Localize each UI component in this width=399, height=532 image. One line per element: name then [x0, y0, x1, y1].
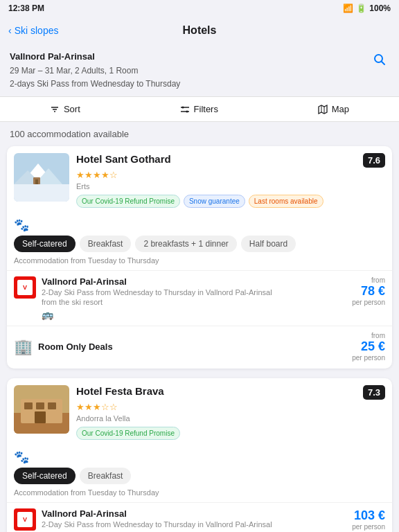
- status-time: 12:38 PM: [8, 3, 44, 13]
- status-right: 📶 🔋 100%: [343, 3, 391, 13]
- hotel-location-hotel-festa-brava: Andorra la Vella: [76, 414, 385, 423]
- ski-price-block-hotel-sant-gothard: from 78 € per person: [352, 276, 385, 306]
- ski-price-per-hotel-festa-brava: per person: [352, 523, 385, 531]
- svg-point-8: [186, 110, 188, 112]
- room-price-per-hotel-sant-gothard: per person: [352, 354, 385, 362]
- ski-pass-section-hotel-sant-gothard[interactable]: V Vallnord Pal-Arinsal 2-Day Ski Pass fr…: [7, 270, 392, 326]
- building-icon-hotel-sant-gothard: 🏢: [14, 338, 33, 356]
- ski-info-hotel-festa-brava: Vallnord Pal-Arinsal 2-Day Ski Pass from…: [42, 508, 346, 532]
- pet-friendly-icon-hotel-festa-brava: 🐾: [7, 447, 392, 468]
- ski-detail-hotel-festa-brava: 2-Day Ski Pass from Wednesday to Thursda…: [42, 520, 346, 529]
- page-title: Hotels: [183, 24, 217, 37]
- hotel-info-hotel-festa-brava: Hotel Festa Brava 7.3 ★★★☆☆ Andorra la V…: [76, 385, 385, 440]
- ski-price-block-hotel-festa-brava: 103 € per person: [352, 508, 385, 531]
- badge-hotel-festa-brava-0: Our Covid-19 Refund Promise: [76, 427, 180, 440]
- ski-transport-icon-hotel-sant-gothard: 🚌: [42, 309, 346, 320]
- back-chevron-icon: ‹: [8, 25, 12, 36]
- filters-label: Filters: [194, 104, 218, 114]
- accommodation-note-hotel-sant-gothard: Accommodation from Tuesday to Thursday: [7, 256, 392, 270]
- hotel-score-hotel-sant-gothard: 7.6: [363, 153, 385, 168]
- hotel-stars-hotel-sant-gothard: ★★★★☆: [76, 170, 385, 180]
- badge-hotel-sant-gothard-0: Our Covid-19 Refund Promise: [76, 195, 180, 208]
- battery-icon: 🔋: [356, 3, 366, 13]
- meal-options-hotel-festa-brava: Self-cateredBreakfast: [7, 468, 392, 488]
- hotel-location-hotel-sant-gothard: Erts: [76, 182, 385, 190]
- svg-rect-17: [35, 179, 38, 184]
- room-price-from-hotel-sant-gothard: from: [352, 332, 385, 339]
- back-label: Ski slopes: [15, 25, 59, 36]
- results-count: 100 accommodation available: [0, 122, 399, 146]
- ski-logo-hotel-festa-brava: V: [14, 508, 36, 531]
- sort-button[interactable]: Sort: [50, 104, 80, 114]
- hotel-image-hotel-sant-gothard: [14, 153, 69, 202]
- search-icon: [373, 53, 387, 66]
- svg-rect-12: [14, 184, 69, 202]
- hotel-name-hotel-festa-brava: Hotel Festa Brava: [76, 385, 357, 397]
- meal-chip-hotel-sant-gothard-2[interactable]: 2 breakfasts + 1 dinner: [135, 236, 236, 252]
- hotel-image-hotel-festa-brava: [14, 385, 69, 434]
- svg-rect-22: [36, 402, 44, 409]
- badge-hotel-sant-gothard-1: Snow guarantee: [184, 195, 245, 208]
- filter-row: Sort Filters Map: [0, 97, 399, 122]
- hotel-badges-hotel-festa-brava: Our Covid-19 Refund Promise: [76, 427, 385, 440]
- map-button[interactable]: Map: [318, 104, 349, 114]
- svg-point-6: [181, 106, 184, 108]
- room-only-price-block-hotel-sant-gothard: from 25 € per person: [352, 332, 385, 362]
- search-info-bar: Vallnord Pal-Arinsal 29 Mar – 31 Mar, 2 …: [0, 44, 399, 97]
- hotel-badges-hotel-sant-gothard: Our Covid-19 Refund PromiseSnow guarante…: [76, 195, 385, 208]
- nav-bar: ‹ Ski slopes Hotels: [0, 17, 399, 44]
- battery-percent: 100%: [369, 3, 391, 13]
- ski-resort-hotel-festa-brava: Vallnord Pal-Arinsal: [42, 508, 346, 519]
- meal-chip-hotel-sant-gothard-0[interactable]: Self-catered: [14, 236, 76, 252]
- hotel-header-hotel-sant-gothard: Hotel Sant Gothard 7.6 ★★★★☆ Erts Our Co…: [7, 146, 392, 215]
- search-button[interactable]: [370, 50, 389, 71]
- ski-price-hotel-festa-brava: 103 €: [352, 508, 385, 523]
- ski-price-hotel-sant-gothard: 78 €: [352, 284, 385, 299]
- ski-sub-detail-hotel-sant-gothard: from the ski resort: [42, 298, 346, 306]
- room-only-section-hotel-sant-gothard[interactable]: 🏢 Room Only Deals from 25 € per person: [7, 326, 392, 369]
- meal-options-hotel-sant-gothard: Self-cateredBreakfast2 breakfasts + 1 di…: [7, 236, 392, 256]
- search-hotel-name: Vallnord Pal-Arinsal: [10, 50, 180, 64]
- svg-line-1: [382, 62, 385, 65]
- svg-rect-21: [24, 402, 33, 409]
- ski-detail-hotel-sant-gothard: 2-Day Ski Pass from Wednesday to Thursda…: [42, 288, 346, 296]
- search-dates: 29 Mar – 31 Mar, 2 Adults, 1 Room: [10, 64, 180, 78]
- badge-hotel-sant-gothard-2: Last rooms available: [249, 195, 323, 208]
- sort-icon: [50, 105, 60, 114]
- hotel-score-hotel-festa-brava: 7.3: [363, 385, 385, 400]
- pet-friendly-icon-hotel-sant-gothard: 🐾: [7, 215, 392, 236]
- map-label: Map: [332, 104, 349, 114]
- hotel-card-hotel-sant-gothard[interactable]: Hotel Sant Gothard 7.6 ★★★★☆ Erts Our Co…: [7, 146, 392, 369]
- hotel-name-hotel-sant-gothard: Hotel Sant Gothard: [76, 153, 357, 165]
- meal-chip-hotel-sant-gothard-3[interactable]: Half board: [241, 236, 296, 252]
- filters-button[interactable]: Filters: [180, 104, 218, 114]
- meal-chip-hotel-festa-brava-0[interactable]: Self-catered: [14, 468, 76, 484]
- search-ski-pass: 2-days Ski Pass from Wednesday to Thursd…: [10, 78, 180, 91]
- wifi-icon: 📶: [343, 3, 353, 13]
- meal-chip-hotel-sant-gothard-1[interactable]: Breakfast: [80, 236, 132, 252]
- hotel-info-hotel-sant-gothard: Hotel Sant Gothard 7.6 ★★★★☆ Erts Our Co…: [76, 153, 385, 208]
- ski-logo-hotel-sant-gothard: V: [14, 276, 36, 299]
- sort-label: Sort: [64, 104, 80, 114]
- svg-rect-24: [35, 411, 46, 423]
- ski-price-per-hotel-sant-gothard: per person: [352, 299, 385, 306]
- hotel-card-hotel-festa-brava[interactable]: Hotel Festa Brava 7.3 ★★★☆☆ Andorra la V…: [7, 378, 392, 532]
- filters-icon: [180, 105, 190, 114]
- ski-price-from-hotel-sant-gothard: from: [352, 276, 385, 284]
- hotel-stars-hotel-festa-brava: ★★★☆☆: [76, 402, 385, 412]
- ski-pass-section-hotel-festa-brava[interactable]: V Vallnord Pal-Arinsal 2-Day Ski Pass fr…: [7, 502, 392, 532]
- hotel-header-hotel-festa-brava: Hotel Festa Brava 7.3 ★★★☆☆ Andorra la V…: [7, 378, 392, 447]
- ski-info-hotel-sant-gothard: Vallnord Pal-Arinsal 2-Day Ski Pass from…: [42, 276, 346, 320]
- status-bar: 12:38 PM 📶 🔋 100%: [0, 0, 399, 17]
- room-only-left-hotel-sant-gothard: 🏢 Room Only Deals: [14, 338, 113, 356]
- accommodation-note-hotel-festa-brava: Accommodation from Tuesday to Thursday: [7, 488, 392, 502]
- back-button[interactable]: ‹ Ski slopes: [8, 25, 58, 36]
- hotels-list: Hotel Sant Gothard 7.6 ★★★★☆ Erts Our Co…: [0, 146, 399, 532]
- room-only-label-hotel-sant-gothard: Room Only Deals: [38, 342, 113, 352]
- search-info-text: Vallnord Pal-Arinsal 29 Mar – 31 Mar, 2 …: [10, 50, 180, 91]
- ski-resort-hotel-sant-gothard: Vallnord Pal-Arinsal: [42, 276, 346, 287]
- map-icon: [318, 105, 328, 114]
- room-price-hotel-sant-gothard: 25 €: [352, 339, 385, 354]
- meal-chip-hotel-festa-brava-1[interactable]: Breakfast: [80, 468, 132, 484]
- svg-rect-23: [48, 402, 56, 409]
